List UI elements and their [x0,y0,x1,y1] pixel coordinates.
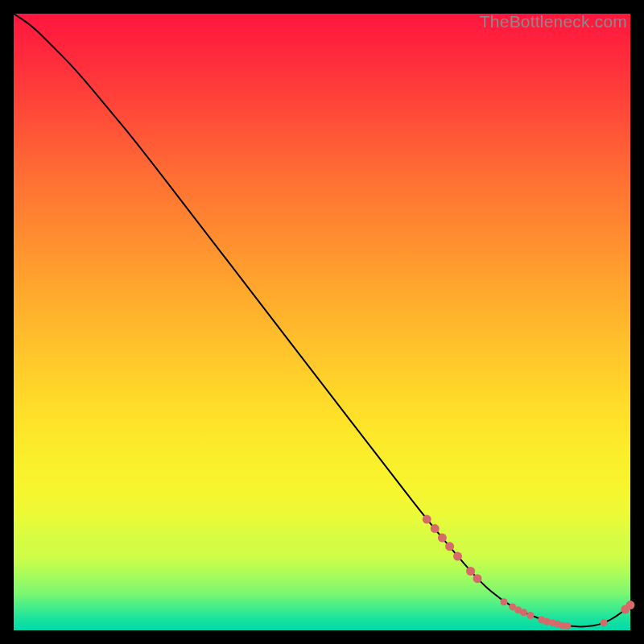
watermark-text: TheBottleneck.com [480,12,627,31]
highlight-point [473,574,482,583]
highlight-point [431,524,440,533]
highlight-point [453,552,462,561]
highlight-point [423,515,431,524]
highlight-point [520,609,527,616]
highlight-point [626,601,635,609]
highlight-point [445,542,454,551]
highlight-point [438,534,447,543]
curve-path [14,14,630,626]
chart-svg [14,14,630,630]
highlight-point [564,622,571,630]
plot-area: TheBottleneck.com [14,14,630,630]
highlight-points [423,515,635,630]
highlight-point [501,598,508,605]
highlight-point [526,612,534,619]
highlight-point [601,619,608,626]
highlight-point [466,567,475,576]
chart-stage: TheBottleneck.com [0,0,644,644]
